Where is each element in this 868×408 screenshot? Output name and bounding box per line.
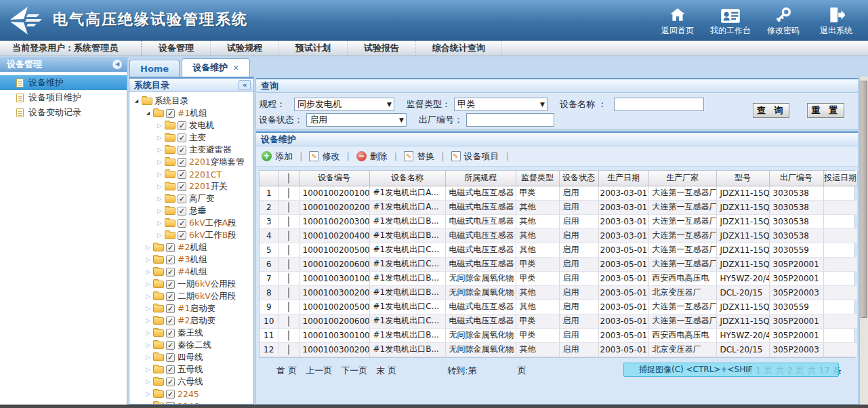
tree-checkbox[interactable]: ✓ (166, 365, 175, 374)
row-checkbox[interactable] (288, 287, 289, 298)
tab-close-icon[interactable]: × (232, 63, 239, 73)
tree-checkbox[interactable]: ✓ (166, 317, 175, 325)
page-last-link[interactable]: 末 页 (376, 365, 396, 377)
tree-checkbox[interactable]: ✓ (166, 378, 175, 386)
tree-collapsed-icon[interactable]: ▷ (155, 220, 164, 226)
tab-1[interactable]: 设备维护 × (182, 58, 250, 77)
menu-item-0[interactable]: 设备管理 (142, 41, 211, 56)
tree-node-20[interactable]: ▷ ✓ 秦徐二线 (129, 339, 253, 351)
menu-item-3[interactable]: 试验报告 (348, 41, 416, 56)
tree-collapsed-icon[interactable]: ▷ (144, 354, 152, 361)
col-header-5[interactable]: 生产日期 (598, 171, 648, 186)
table-row[interactable]: 9 10001002005001#1发电机出口C...电磁式电压互感器其他启用2… (260, 300, 857, 314)
tree-checkbox[interactable]: ✓ (178, 231, 186, 240)
tree-checkbox[interactable]: ✓ (166, 353, 175, 362)
tree-node-8[interactable]: ▷ ✓ 高厂变 (129, 192, 253, 205)
tree-checkbox[interactable]: ✓ (178, 134, 186, 142)
toolbar-replace-button[interactable]: ✎替换 (404, 150, 434, 163)
tree-node-14[interactable]: ▷ ✓ #4机组 (129, 266, 253, 278)
row-checkbox[interactable] (288, 273, 289, 284)
tree-node-24[interactable]: ▷ ✓ 2245 (129, 388, 253, 400)
tree-checkbox[interactable]: ✓ (178, 121, 186, 130)
sidebar-item-1[interactable]: 设备项目维护 (0, 90, 127, 105)
toolbar-device-project-button[interactable]: ✎设备项目 (451, 150, 499, 163)
scrollbar-thumb[interactable] (861, 81, 867, 318)
tree-node-4[interactable]: ▷ ✓ 主变避雷器 (129, 144, 253, 156)
tree-expanded-icon[interactable]: ◢ (132, 98, 141, 104)
header-action-key[interactable]: 修改密码 (757, 3, 810, 37)
tree-collapsed-icon[interactable]: ▷ (144, 342, 152, 348)
tree-collapsed-icon[interactable]: ▷ (155, 232, 164, 239)
tree-checkbox[interactable]: ✓ (166, 243, 175, 252)
menu-item-1[interactable]: 试验规程 (211, 41, 279, 56)
sidebar-collapse-icon[interactable]: ◀ (112, 60, 122, 69)
query-input-2[interactable] (614, 98, 704, 111)
col-header-4[interactable]: 设备状态 (559, 171, 598, 186)
tree-checkbox[interactable]: ✓ (178, 219, 186, 228)
row-checkbox[interactable] (288, 330, 289, 341)
table-row[interactable]: 5 10001002005001#1发电机出口C...电磁式电压互感器其他启用2… (260, 243, 857, 257)
tree-checkbox[interactable]: ✓ (166, 280, 175, 289)
col-header-0[interactable]: 设备编号 (299, 171, 369, 186)
tree-collapsed-icon[interactable]: ▷ (144, 317, 152, 324)
table-row[interactable]: 12 10001003002001#1发电机出口B...无间隙金属氧化物其他启用… (260, 342, 857, 356)
row-checkbox[interactable] (288, 316, 289, 327)
tree-node-6[interactable]: ▷ ✓ 2201CT (129, 168, 253, 180)
tree-node-1[interactable]: ◢ ✓ #1机组 (129, 107, 253, 119)
tree-collapsed-icon[interactable]: ▷ (144, 256, 152, 263)
tree-collapsed-icon[interactable]: ▷ (155, 183, 164, 190)
toolbar-delete-button[interactable]: −删除 (356, 150, 388, 163)
table-row[interactable]: 8 10001003002001#1发电机出口B...无间隙金属氧化物其他启用2… (260, 285, 857, 300)
tree-checkbox[interactable]: ✓ (166, 109, 175, 118)
header-action-home[interactable]: 返回首页 (651, 3, 704, 37)
menu-item-2[interactable]: 预试计划 (279, 41, 348, 56)
tree-collapsed-icon[interactable]: ▷ (144, 293, 152, 300)
tree-collapsed-icon[interactable]: ▷ (155, 159, 164, 165)
tree-checkbox[interactable]: ✓ (166, 256, 175, 264)
page-prev-link[interactable]: 上一页 (306, 365, 332, 377)
tree-node-11[interactable]: ▷ ✓ 6kV工作B段 (129, 229, 253, 241)
tree-node-19[interactable]: ▷ ✓ 秦王线 (129, 327, 253, 339)
table-row[interactable]: 11 10001003001002#1发电机出口B...无间隙金属氧化物甲类启用… (260, 328, 857, 342)
tree-checkbox[interactable]: ✓ (166, 292, 175, 301)
tree-checkbox[interactable]: ✓ (178, 182, 186, 191)
tree-node-2[interactable]: ▷ ✓ 发电机 (129, 119, 253, 131)
tree-node-16[interactable]: ▷ ✓ 二期6kV公用段 (129, 290, 253, 302)
row-checkbox[interactable] (288, 302, 289, 312)
row-checkbox[interactable] (288, 230, 289, 241)
toolbar-add-button[interactable]: +添加 (262, 150, 293, 163)
table-row[interactable]: 3 10001002003001#1发电机出口B...电磁式电压互感器其他启用2… (260, 214, 857, 228)
row-checkbox[interactable] (288, 202, 289, 213)
query-input-4[interactable] (466, 113, 554, 127)
tree-expanded-icon[interactable]: ◢ (144, 110, 152, 116)
tab-0[interactable]: Home (129, 60, 180, 77)
tree-node-5[interactable]: ▷ ✓ 2201穿墙套管 (129, 156, 253, 168)
select-all-checkbox[interactable] (288, 173, 289, 184)
tree-checkbox[interactable]: ✓ (166, 341, 175, 350)
header-action-workbench[interactable]: 我的工作台 (704, 3, 757, 37)
table-row[interactable]: 4 10001002004001#1发电机出口B...电磁式电压互感器其他启用2… (260, 228, 857, 243)
tree-node-18[interactable]: ▷ ✓ #2启动变 (129, 314, 253, 327)
tree-node-0[interactable]: ◢ 系统目录 (129, 95, 253, 107)
tree-node-10[interactable]: ▷ ✓ 6kV工作A段 (129, 217, 253, 229)
col-header-8[interactable]: 出厂编号 (769, 171, 823, 186)
tree-collapsed-icon[interactable]: ▷ (144, 244, 152, 251)
tree-node-23[interactable]: ▷ ✓ 六母线 (129, 375, 253, 388)
table-row[interactable]: 2 10001002002003#1发电机出口A...电磁式电压互感器其他启用2… (260, 200, 857, 214)
row-checkbox[interactable] (288, 245, 289, 256)
table-row[interactable]: 7 10001003001002#1发电机出口B...无间隙金属氧化物甲类启用2… (260, 271, 857, 285)
tree-node-21[interactable]: ▷ ✓ 四母线 (129, 351, 253, 363)
tree-collapsed-icon[interactable]: ▷ (155, 146, 164, 153)
col-header-7[interactable]: 型号 (716, 171, 769, 186)
page-first-link[interactable]: 首 页 (276, 365, 297, 377)
tree-checkbox[interactable]: ✓ (178, 207, 186, 216)
tree-checkbox[interactable]: ✓ (178, 146, 186, 155)
tree-node-12[interactable]: ▷ ✓ #2机组 (129, 241, 253, 253)
header-action-exit[interactable]: 退出系统 (810, 3, 863, 37)
tree-node-15[interactable]: ▷ ✓ 一期6kV公用段 (129, 278, 253, 290)
menu-item-4[interactable]: 综合统计查询 (416, 41, 502, 56)
tree-node-25[interactable]: ▷ ✓ 2246 (129, 400, 253, 404)
row-checkbox[interactable] (288, 259, 289, 270)
tree-node-22[interactable]: ▷ ✓ 五母线 (129, 363, 253, 375)
tree-node-7[interactable]: ▷ ✓ 2201开关 (129, 180, 253, 192)
